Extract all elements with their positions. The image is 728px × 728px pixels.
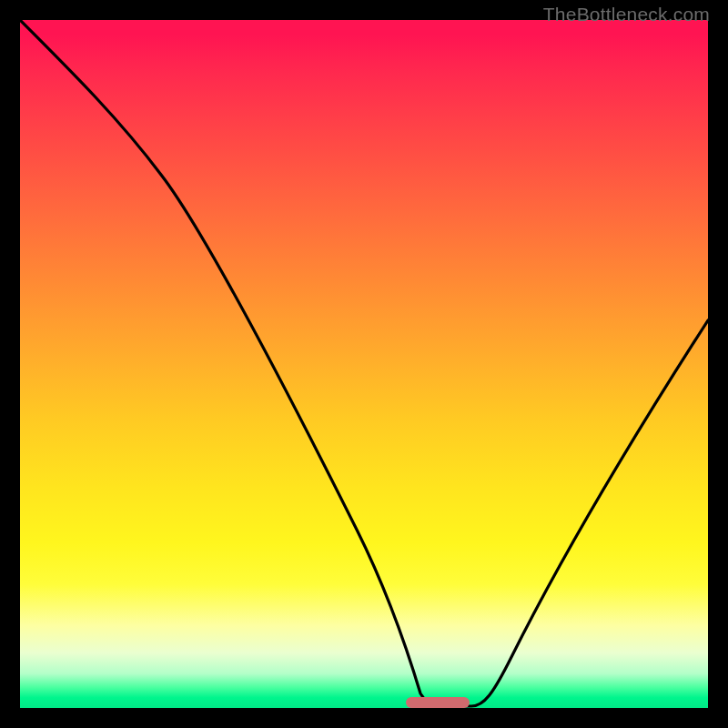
bottleneck-curve	[20, 20, 708, 708]
plot-area	[20, 20, 708, 708]
optimal-range-marker	[406, 697, 470, 708]
chart-frame: TheBottleneck.com	[0, 0, 728, 728]
curve-path	[20, 20, 708, 706]
watermark-text: TheBottleneck.com	[543, 4, 710, 25]
